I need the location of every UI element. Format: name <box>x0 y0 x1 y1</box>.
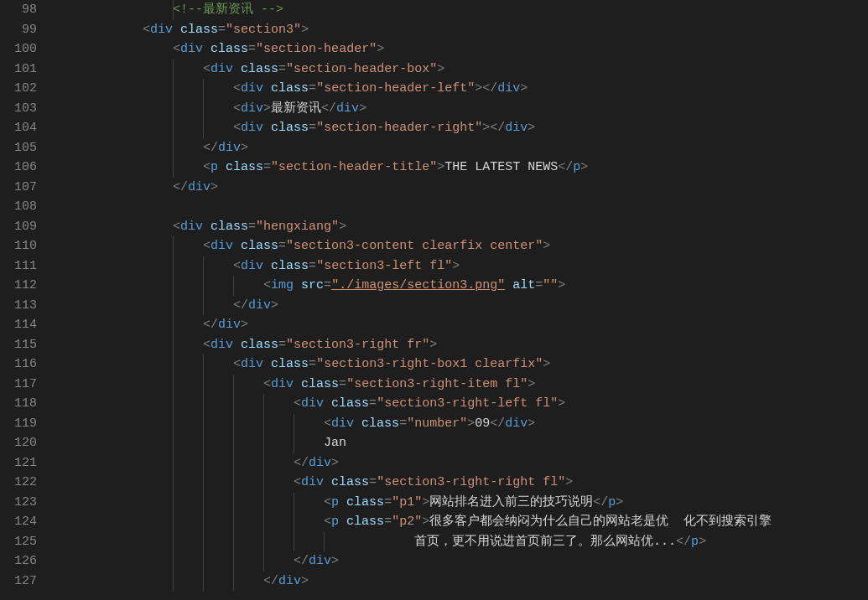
token-txt <box>294 377 301 391</box>
token-br: < <box>233 81 241 96</box>
code-line[interactable]: <div class="section-header"> <box>52 39 868 59</box>
token-str: "section-header" <box>256 42 377 56</box>
code-line[interactable]: 首页，更不用说进首页前三了。那么网站优...</p> <box>52 532 868 552</box>
token-tag: p <box>211 160 218 174</box>
line-number: 116 <box>0 354 37 375</box>
token-tag: div <box>218 141 241 155</box>
token-br: </ <box>593 495 608 509</box>
code-line[interactable]: <div class="section3-right-item fl"> <box>52 375 868 395</box>
token-txt <box>354 416 361 431</box>
code-line[interactable]: </div> <box>52 138 868 158</box>
token-attr: class <box>241 338 278 352</box>
token-txt <box>505 278 512 292</box>
line-number: 101 <box>0 59 37 80</box>
code-line[interactable]: <div class="section3-right-right fl"> <box>52 473 868 493</box>
token-str: "section-header-title" <box>271 160 437 174</box>
token-br: > <box>211 180 218 194</box>
token-attr: alt <box>512 278 535 292</box>
token-br: < <box>233 101 241 116</box>
code-line[interactable]: <img src="./images/section3.png" alt=""> <box>52 276 868 296</box>
token-str: "section3-right-item fl" <box>346 377 528 391</box>
token-br: > <box>301 23 309 37</box>
token-str: "p1" <box>392 495 422 509</box>
code-line[interactable]: <div class="hengxiang"> <box>52 217 868 237</box>
token-br: </ <box>294 554 309 568</box>
line-number: 102 <box>0 79 37 99</box>
code-line[interactable]: </div> <box>52 178 868 198</box>
code-line[interactable]: </div> <box>52 453 868 473</box>
line-number: 113 <box>0 296 37 316</box>
code-line[interactable]: Jan <box>52 433 868 453</box>
code-line[interactable]: <div class="section-header-box"> <box>52 59 868 80</box>
code-line[interactable]: <div class="section3"> <box>52 20 868 40</box>
code-line[interactable]: </div> <box>52 315 868 335</box>
token-br: = <box>339 377 346 391</box>
token-attr: class <box>331 396 369 411</box>
token-str: " <box>497 278 505 292</box>
token-br: < <box>294 475 301 489</box>
token-br: = <box>309 259 316 273</box>
token-br: > <box>429 338 437 352</box>
code-line[interactable]: <p class="p2">很多客户都会纳闷为什么自己的网站老是优 化不到搜索引… <box>52 512 868 532</box>
token-tag: div <box>211 338 233 352</box>
code-line[interactable]: </div> <box>52 551 868 572</box>
token-attr: class <box>346 515 384 529</box>
token-str: ./images/section3.png <box>339 278 497 292</box>
token-tag: div <box>497 81 520 96</box>
token-tag: div <box>150 23 173 37</box>
code-line[interactable]: <div class="section3-content clearfix ce… <box>52 236 868 256</box>
token-br: > <box>543 357 550 371</box>
token-tag: p <box>608 495 616 509</box>
token-txt <box>294 278 301 292</box>
line-number: 122 <box>0 473 37 493</box>
token-br: < <box>173 42 180 56</box>
code-line[interactable]: </div> <box>52 572 868 592</box>
code-line[interactable]: <div class="number">09</div> <box>52 414 868 434</box>
code-line[interactable]: </div> <box>52 296 868 316</box>
line-number: 100 <box>0 39 37 59</box>
token-txt <box>324 475 331 489</box>
token-br: = <box>369 396 377 411</box>
token-tag: div <box>241 101 263 116</box>
token-attr: src <box>301 278 324 292</box>
code-line[interactable]: <p class="section-header-title">THE LATE… <box>52 158 868 178</box>
code-line[interactable]: <div>最新资讯</div> <box>52 99 868 119</box>
code-line[interactable]: <div class="section3-right-box1 clearfix… <box>52 354 868 375</box>
token-txt: 09 <box>475 416 490 431</box>
code-line[interactable]: <div class="section3-right fr"> <box>52 335 868 355</box>
code-line[interactable]: <div class="section3-left fl"> <box>52 256 868 277</box>
line-number: 105 <box>0 138 37 158</box>
token-br: > <box>331 554 339 568</box>
token-br: = <box>309 121 316 135</box>
token-br: </ <box>490 121 505 135</box>
token-str: "section3-right-right fl" <box>377 475 565 489</box>
line-number: 111 <box>0 256 37 277</box>
token-br: </ <box>203 318 218 332</box>
code-line[interactable] <box>52 197 868 217</box>
code-editor[interactable]: 9899100101102103104105106107108109110111… <box>0 0 868 600</box>
token-br: < <box>294 396 301 411</box>
token-str: "section3-content clearfix center" <box>286 239 543 253</box>
token-txt <box>324 396 331 411</box>
token-br: > <box>616 495 623 509</box>
code-line[interactable]: <div class="section3-right-left fl"> <box>52 394 868 414</box>
code-line[interactable]: <!--最新资讯 --> <box>52 0 868 20</box>
token-br: > <box>377 42 384 56</box>
code-line[interactable]: <div class="section-header-right"></div> <box>52 118 868 138</box>
token-tag: div <box>211 239 233 253</box>
code-area[interactable]: <!--最新资讯 --> <div class="section3"> <div… <box>52 0 868 600</box>
token-str: "section3-right-left fl" <box>377 396 558 411</box>
token-tag: p <box>573 160 580 174</box>
token-br: < <box>263 278 271 292</box>
line-number: 119 <box>0 414 37 434</box>
token-str: "section-header-left" <box>316 81 475 96</box>
code-line[interactable]: <div class="section-header-left"></div> <box>52 79 868 99</box>
token-str: "number" <box>407 416 467 431</box>
line-number: 104 <box>0 118 37 138</box>
token-tag: img <box>271 278 294 292</box>
code-line[interactable]: <p class="p1">网站排名进入前三的技巧说明</p> <box>52 493 868 513</box>
token-txt: 最新资讯 <box>271 101 321 116</box>
token-tag: p <box>691 535 699 549</box>
token-txt <box>233 62 241 76</box>
token-txt <box>263 259 271 273</box>
